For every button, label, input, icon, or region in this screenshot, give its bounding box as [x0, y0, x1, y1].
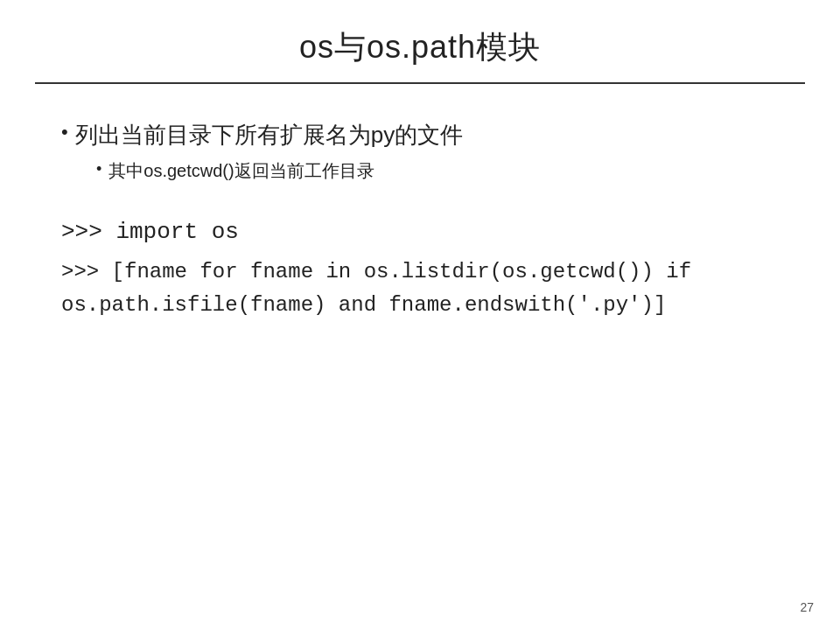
code-section: >>> import os >>> [fname for fname in os…	[61, 214, 779, 321]
code-line-1: >>> import os	[61, 214, 779, 251]
bullet-item-2: • 其中os.getcwd()返回当前工作目录	[96, 158, 779, 184]
slide-header: os与os.path模块	[0, 0, 840, 82]
code-line-2b: os.path.isfile(fname) and fname.endswith…	[61, 290, 779, 321]
slide: os与os.path模块 • 列出当前目录下所有扩展名为py的文件 • 其中os…	[0, 0, 840, 630]
code-line-2a: >>> [fname for fname in os.listdir(os.ge…	[61, 256, 779, 288]
page-number: 27	[800, 600, 814, 614]
bullet-text-1: 列出当前目录下所有扩展名为py的文件	[75, 119, 463, 150]
bullet-item-1: • 列出当前目录下所有扩展名为py的文件	[61, 119, 779, 150]
bullet-text-2: 其中os.getcwd()返回当前工作目录	[108, 158, 374, 184]
bullet-dot-1: •	[61, 119, 68, 146]
slide-content: • 列出当前目录下所有扩展名为py的文件 • 其中os.getcwd()返回当前…	[0, 84, 840, 630]
slide-title: os与os.path模块	[52, 26, 788, 69]
bullet-dot-2: •	[96, 158, 102, 181]
